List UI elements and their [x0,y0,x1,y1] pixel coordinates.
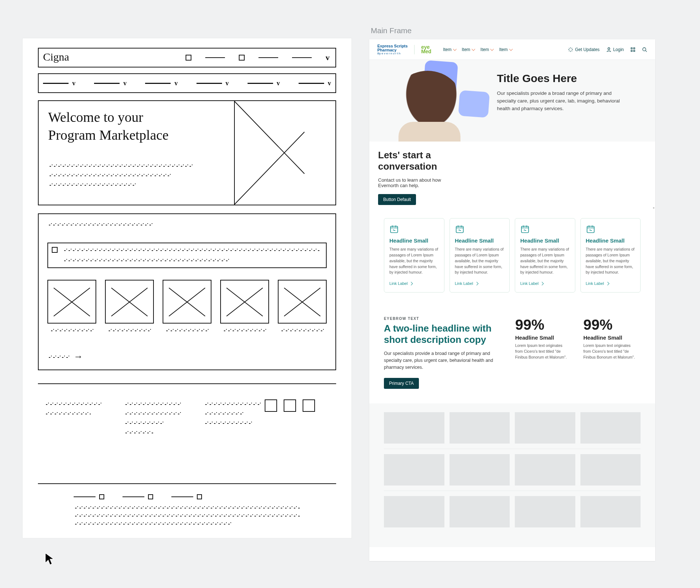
sketch-section-columns [44,396,330,476]
image-placeholder [384,412,444,444]
stat-value: 99% [583,317,641,333]
hero-title-line2: Program Marketplace [48,127,168,143]
nav-item-1[interactable]: Item [462,47,475,52]
nav-item-label: Item [443,47,451,52]
grid-row [384,491,641,533]
arrow-right-icon: → [74,351,83,362]
card-title: Headline Small [389,237,439,244]
convo-title: Lets' start a conversation [378,150,462,172]
card-link-label: Link Label [520,281,538,286]
logo-divider [414,45,415,54]
chevron-down-icon [453,47,456,51]
logo-eyemed[interactable]: eye Med [421,45,431,53]
svg-rect-1 [631,47,633,49]
convo-cta-button[interactable]: Button Default [378,194,416,205]
sketch-frame: Cigna v v v v v v v Welcome to your Prog… [23,38,351,538]
card-title: Headline Small [455,237,505,244]
stat-1: 99% Headline Small Lorem Ipsum text orig… [583,317,641,389]
image-placeholder [580,412,641,444]
logo-eyemed-l2: Med [421,50,431,54]
chevron-down-icon [490,47,494,51]
hero-title-line1: Welcome to your [48,109,143,125]
sketch-card [105,280,154,324]
nav-item-label: Item [499,47,508,52]
login-label: Login [613,47,624,52]
sketch-hero: Welcome to your Program Marketplace [38,100,336,205]
user-icon [606,47,611,52]
chevron-down-icon: v [326,53,330,62]
grid-icon[interactable] [630,47,635,52]
sketch-menubar: v v v v v v [38,73,336,93]
stat-heading: Headline Small [515,334,572,341]
sketch-line [258,57,278,58]
logo-line2: Pharmacy [377,48,408,52]
nav-item-label: Item [481,47,489,52]
stats-cta-button[interactable]: Primary CTA [384,378,419,389]
stats-section: EYEBROW TEXT A two-line headline with sh… [369,303,655,403]
sketch-footer [74,494,300,530]
feature-cards: Headline Small There are many variations… [369,214,655,303]
stat-heading: Headline Small [583,334,641,341]
feature-card-3: Headline Small There are many variations… [580,218,641,293]
feature-card-2: Headline Small There are many variations… [515,218,575,293]
svg-rect-8 [521,227,529,233]
image-placeholder [450,496,510,527]
image-placeholder [384,496,444,527]
image-placeholder [384,454,444,486]
nav-item-0[interactable]: Item [443,47,456,52]
login-link[interactable]: Login [606,47,624,52]
arrow-right-icon [475,282,478,285]
arrow-right-icon [409,282,413,285]
sketch-topbar-items: v [186,53,330,62]
sketch-card-row [47,280,327,324]
feature-card-0: Headline Small There are many variations… [384,218,444,293]
sketch-card [278,280,327,324]
sketch-section-carousel: → [38,213,336,370]
hero-image [369,60,490,142]
image-placeholder [515,412,575,444]
logo-express-scripts[interactable]: Express Scripts Pharmacy By e v e r n o … [377,44,408,55]
image-placeholder [515,454,575,486]
hero-body: Our specialists provide a broad range of… [497,90,621,113]
image-placeholder [450,454,510,486]
image-placeholder [450,412,510,444]
stats-eyebrow: EYEBROW TEXT [384,317,504,321]
hero-section: Title Goes Here Our specialists provide … [369,60,655,142]
calendar-link-icon [389,224,399,234]
search-icon[interactable] [642,47,647,52]
image-grid [369,403,655,547]
stats-headline: A two-line headline with short descripti… [384,323,497,345]
card-title: Headline Small [586,237,635,244]
card-link[interactable]: Link Label [389,281,412,286]
sketch-hero-image-placeholder [234,101,335,205]
image-placeholder [580,454,641,486]
calendar-link-icon [520,224,530,234]
logo-line1: Express Scripts [377,44,408,48]
grid-row [384,449,641,491]
stat-body: Lorem Ipsum text originates from Cicero'… [583,343,638,360]
nav-item-2[interactable]: Item [481,47,493,52]
nav-menu: Item Item Item Item [443,47,512,52]
sketch-divider [38,483,336,484]
card-link[interactable]: Link Label [520,281,543,286]
sketch-icon-boxes [265,399,315,412]
top-nav: Express Scripts Pharmacy By e v e r n o … [369,39,655,60]
conversation-section: Lets' start a conversation Contact us to… [369,142,655,214]
card-title: Headline Small [520,237,570,244]
svg-rect-9 [587,227,594,233]
get-updates-link[interactable]: Get Updates [568,47,599,52]
sketch-divider [38,383,336,384]
nav-item-3[interactable]: Item [499,47,512,52]
grid-row [384,407,641,449]
sketch-line [205,57,225,58]
card-body: There are many variations of passages of… [455,247,505,275]
sketch-line [292,57,312,58]
sketch-banner [47,243,327,268]
card-link[interactable]: Link Label [455,281,478,286]
card-body: There are many variations of passages of… [520,247,570,275]
stats-body: Our specialists provide a broad range of… [384,350,501,371]
main-frame[interactable]: Express Scripts Pharmacy By e v e r n o … [369,39,655,561]
sparkle-icon [568,47,573,52]
card-link[interactable]: Link Label [586,281,609,286]
convo-body: Contact us to learn about how Evernorth … [378,177,458,188]
